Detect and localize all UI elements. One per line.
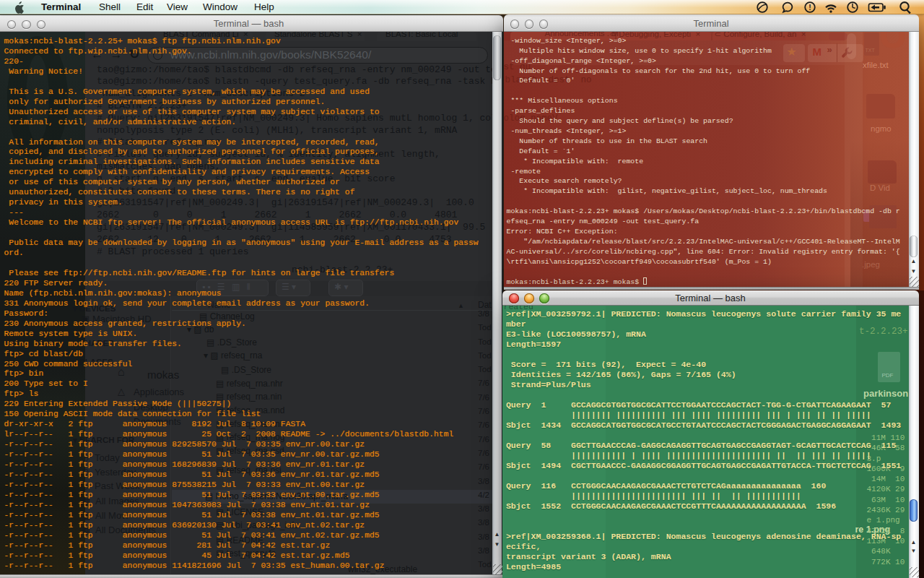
svg-text:!: ! (808, 3, 811, 12)
